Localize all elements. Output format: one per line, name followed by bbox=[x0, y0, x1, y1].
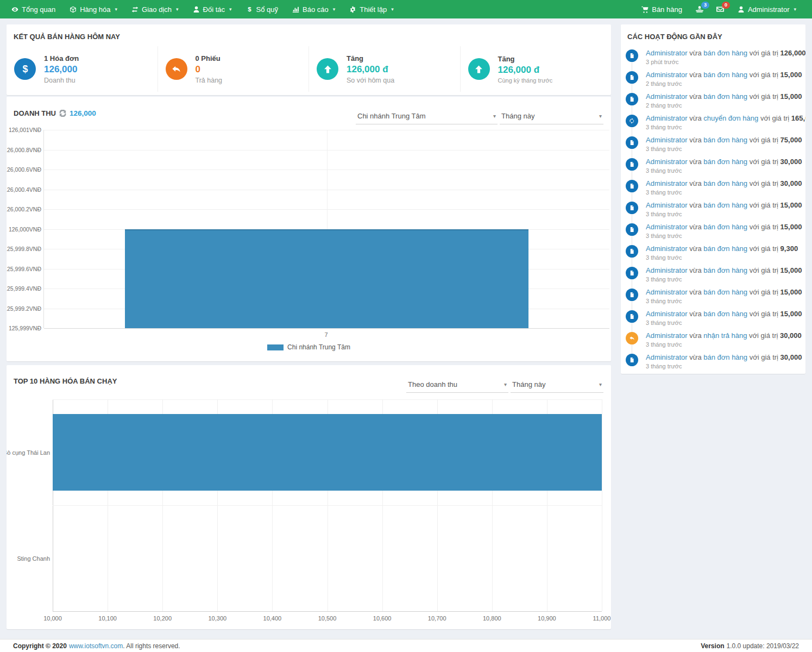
activity-item: Administrator vừa bán đơn hàng với giá t… bbox=[626, 243, 801, 265]
revenue-period-select[interactable]: Tháng này ▾ bbox=[500, 108, 603, 124]
nav-item-label: Báo cáo bbox=[303, 5, 329, 14]
activity-action-link[interactable]: bán đơn hàng bbox=[703, 223, 747, 231]
stat-text: 1 Hóa đơn126,000Doanh thu bbox=[44, 54, 79, 84]
invoice-icon bbox=[626, 223, 638, 236]
activity-item: Administrator vừa bán đơn hàng với giá t… bbox=[626, 156, 801, 178]
activity-user-link[interactable]: Administrator bbox=[646, 49, 688, 57]
activity-item: Administrator vừa bán đơn hàng với giá t… bbox=[626, 178, 801, 199]
activity-time: 3 tháng trước bbox=[646, 167, 802, 174]
nav-item-giao-dich[interactable]: Giao dịch▾ bbox=[124, 0, 185, 18]
account-menu[interactable]: Administrator ▾ bbox=[731, 0, 803, 18]
arrow-up-icon bbox=[468, 58, 490, 80]
version-label: Version bbox=[701, 642, 724, 650]
customers-button[interactable]: 3 bbox=[689, 0, 710, 18]
nav-item-tong-quan[interactable]: Tổng quan bbox=[4, 0, 62, 18]
activity-time: 3 tháng trước bbox=[646, 146, 802, 152]
x-tick-label: 10,600 bbox=[373, 615, 392, 622]
activity-action-link[interactable]: nhận trả hàng bbox=[703, 331, 747, 340]
nav-item-label: Hàng hóa bbox=[80, 5, 110, 14]
invoice-icon bbox=[626, 136, 638, 149]
activity-item: Administrator vừa bán đơn hàng với giá t… bbox=[626, 221, 801, 243]
x-tick-label: 10,100 bbox=[98, 615, 117, 622]
activity-text: Administrator vừa bán đơn hàng với giá t… bbox=[646, 201, 802, 210]
activity-amount: 30,000 bbox=[780, 158, 802, 166]
activity-action-link[interactable]: bán đơn hàng bbox=[703, 288, 747, 296]
activity-action-link[interactable]: bán đơn hàng bbox=[703, 266, 747, 274]
top10-products-panel: TOP 10 HÀNG HÓA BÁN CHẠY Theo doanh thu … bbox=[7, 365, 611, 629]
gridline bbox=[53, 399, 602, 400]
activity-user-link[interactable]: Administrator bbox=[646, 114, 688, 122]
revenue-title: DOANH THU bbox=[14, 109, 56, 117]
nav-menu: Tổng quanHàng hóa▾Giao dịch▾Đối tác▾$Sổ … bbox=[0, 0, 401, 18]
footer-link[interactable]: www.iotsoftvn.com bbox=[69, 642, 123, 650]
nav-item-bao-cao[interactable]: Báo cáo▾ bbox=[285, 0, 342, 18]
arrow-up-icon bbox=[317, 58, 338, 80]
stat-text: 0 Phiếu0Trả hàng bbox=[196, 54, 223, 84]
svg-text:$: $ bbox=[22, 64, 28, 74]
sell-button[interactable]: Bán hàng bbox=[634, 0, 689, 18]
activity-time: 3 tháng trước bbox=[646, 298, 802, 304]
metric-select[interactable]: Theo doanh thu ▾ bbox=[406, 376, 508, 393]
nav-item-doi-tac[interactable]: Đối tác▾ bbox=[186, 0, 239, 18]
top10-period-select[interactable]: Tháng này ▾ bbox=[511, 376, 603, 393]
invoice-icon bbox=[626, 310, 638, 323]
stat-caption: So với hôm qua bbox=[347, 77, 394, 84]
activity-user-link[interactable]: Administrator bbox=[646, 331, 688, 340]
nav-item-hang-hoa[interactable]: Hàng hóa▾ bbox=[62, 0, 124, 18]
activity-amount: 165,000 bbox=[791, 114, 805, 122]
activity-time: 3 tháng trước bbox=[646, 124, 805, 130]
invoice-icon bbox=[626, 289, 638, 301]
activity-time: 3 tháng trước bbox=[646, 363, 802, 369]
activity-user-link[interactable]: Administrator bbox=[646, 179, 688, 187]
activity-body: Administrator vừa nhận trả hàng với giá … bbox=[646, 331, 802, 352]
activity-user-link[interactable]: Administrator bbox=[646, 244, 688, 253]
activity-amount: 15,000 bbox=[780, 201, 802, 209]
stat-heading: Tăng bbox=[498, 55, 553, 63]
top-navbar: Tổng quanHàng hóa▾Giao dịch▾Đối tác▾$Sổ … bbox=[0, 0, 812, 18]
invoice-icon bbox=[626, 49, 638, 62]
x-tick-label: 10,800 bbox=[483, 615, 501, 622]
activity-user-link[interactable]: Administrator bbox=[646, 92, 688, 101]
activity-user-link[interactable]: Administrator bbox=[646, 288, 688, 296]
activity-action-link[interactable]: bán đơn hàng bbox=[703, 136, 747, 144]
activity-user-link[interactable]: Administrator bbox=[646, 266, 688, 274]
activity-action-link[interactable]: bán đơn hàng bbox=[703, 310, 747, 318]
activity-user-link[interactable]: Administrator bbox=[646, 201, 688, 209]
nav-item-thiet-lap[interactable]: Thiết lập▾ bbox=[342, 0, 400, 18]
stat-card-tra-hang: 0 Phiếu0Trả hàng bbox=[158, 46, 309, 92]
activity-user-link[interactable]: Administrator bbox=[646, 223, 688, 231]
activity-user-link[interactable]: Administrator bbox=[646, 310, 688, 318]
partner-icon bbox=[193, 6, 200, 13]
legend-label: Chi nhánh Trung Tâm bbox=[287, 343, 350, 351]
activity-user-link[interactable]: Administrator bbox=[646, 158, 688, 166]
activity-action-link[interactable]: bán đơn hàng bbox=[703, 353, 747, 361]
invoice-icon bbox=[626, 202, 638, 214]
product-icon bbox=[70, 6, 77, 13]
top10-chart-xticks: 10,00010,10010,20010,30010,40010,50010,6… bbox=[53, 615, 602, 623]
activity-item: Administrator vừa bán đơn hàng với giá t… bbox=[626, 47, 801, 69]
customers-badge: 3 bbox=[701, 2, 709, 9]
chevron-down-icon: ▾ bbox=[115, 7, 118, 12]
svg-text:$: $ bbox=[248, 6, 251, 12]
activity-user-link[interactable]: Administrator bbox=[646, 136, 688, 144]
activity-text: Administrator vừa nhận trả hàng với giá … bbox=[646, 331, 802, 340]
activity-action-link[interactable]: bán đơn hàng bbox=[703, 158, 747, 166]
stat-card-doanh-thu: $1 Hóa đơn126,000Doanh thu bbox=[7, 46, 158, 92]
activity-action-link[interactable]: bán đơn hàng bbox=[703, 179, 747, 187]
transfer-icon bbox=[626, 115, 638, 127]
activity-action-link[interactable]: bán đơn hàng bbox=[703, 92, 747, 101]
activity-action-link[interactable]: chuyển đơn hàng bbox=[703, 114, 758, 122]
activity-action-link[interactable]: bán đơn hàng bbox=[703, 71, 747, 79]
activity-user-link[interactable]: Administrator bbox=[646, 71, 688, 79]
messages-button[interactable]: 0 bbox=[710, 0, 731, 18]
activity-amount: 75,000 bbox=[780, 136, 802, 144]
activity-action-link[interactable]: bán đơn hàng bbox=[703, 244, 747, 253]
sell-button-label: Bán hàng bbox=[652, 5, 682, 14]
branch-select[interactable]: Chi nhánh Trung Tâm ▾ bbox=[356, 108, 498, 124]
nav-item-so-quy[interactable]: $Sổ quỹ bbox=[239, 0, 285, 18]
activity-item: Administrator vừa nhận trả hàng với giá … bbox=[626, 330, 801, 352]
activity-user-link[interactable]: Administrator bbox=[646, 353, 688, 361]
activity-action-link[interactable]: bán đơn hàng bbox=[703, 201, 747, 209]
chevron-down-icon: ▾ bbox=[599, 381, 602, 387]
activity-action-link[interactable]: bán đơn hàng bbox=[703, 49, 747, 57]
